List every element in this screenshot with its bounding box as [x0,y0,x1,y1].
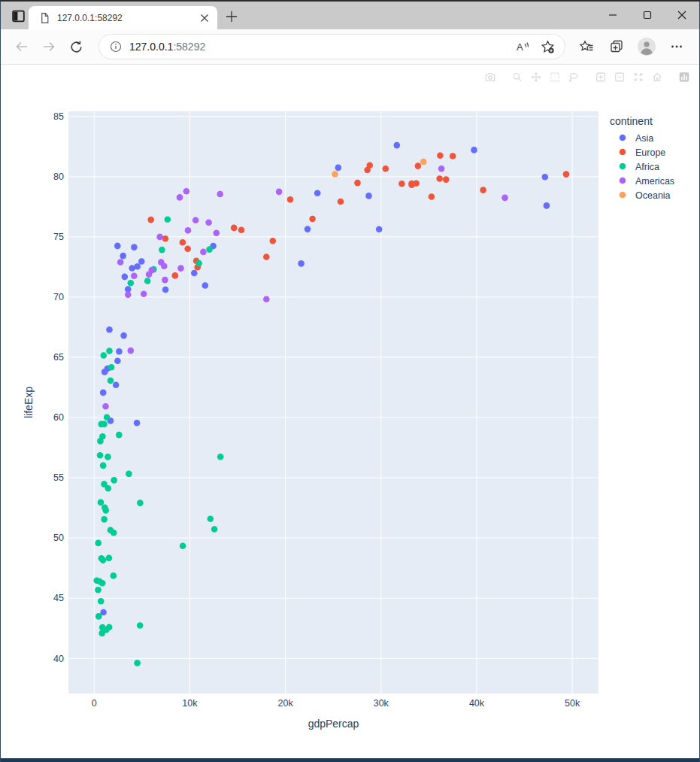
scatter-point-africa[interactable] [128,280,135,287]
collections-button[interactable] [602,34,632,59]
scatter-point-europe[interactable] [443,176,450,183]
scatter-point-africa[interactable] [103,627,110,633]
scatter-point-oceania[interactable] [420,159,427,165]
scatter-point-africa[interactable] [111,572,117,579]
scatter-point-americas[interactable] [177,265,184,272]
scatter-point-europe[interactable] [398,181,405,187]
scatter-point-americas[interactable] [438,165,445,172]
address-bar[interactable]: 127.0.0.1:58292 A [98,34,565,59]
scatter-point-africa[interactable] [100,557,107,563]
scatter-point-europe[interactable] [480,187,486,193]
scatter-point-africa[interactable] [100,463,107,469]
scatter-point-asia[interactable] [298,260,305,267]
scatter-point-americas[interactable] [128,348,135,354]
scatter-point-europe[interactable] [450,153,456,159]
scatter-point-americas[interactable] [146,272,153,278]
scatter-point-americas[interactable] [502,195,508,202]
scatter-point-asia[interactable] [134,420,141,427]
scatter-point-europe[interactable] [408,181,415,187]
scatter-point-europe[interactable] [383,165,389,172]
scatter-point-americas[interactable] [117,259,124,266]
scatter-point-asia[interactable] [365,193,372,199]
scatter-point-asia[interactable] [131,244,138,250]
scatter-point-americas[interactable] [185,227,192,234]
scatter-point-americas[interactable] [214,229,220,236]
scatter-point-asia[interactable] [314,190,321,197]
scatter-point-africa[interactable] [95,540,102,547]
scatter-point-americas[interactable] [183,188,190,195]
plot-area[interactable] [68,111,598,694]
site-info-icon[interactable] [110,41,122,53]
scatter-point-africa[interactable] [217,454,224,460]
scatter-point-americas[interactable] [192,217,199,223]
scatter-point-africa[interactable] [99,433,106,440]
scatter-point-africa[interactable] [108,364,115,371]
scatter-point-asia[interactable] [120,253,126,260]
scatter-point-americas[interactable] [276,189,283,196]
scatter-point-europe[interactable] [263,253,270,260]
scatter-point-europe[interactable] [238,227,245,234]
legend-marker-americas[interactable] [620,178,626,184]
scatter-point-europe[interactable] [270,238,277,244]
scatter-point-africa[interactable] [159,247,165,253]
scatter-point-europe[interactable] [162,235,169,242]
scatter-point-americas[interactable] [200,249,207,256]
legend-item-africa[interactable]: Africa [635,162,659,172]
scatter-point-americas[interactable] [102,403,109,410]
scatter-point-africa[interactable] [195,260,202,267]
more-menu-button[interactable] [662,34,692,59]
back-button[interactable] [8,34,35,59]
scatter-point-americas[interactable] [161,263,168,270]
scatter-point-americas[interactable] [131,273,138,280]
scatter-point-africa[interactable] [97,452,104,459]
scatter-point-asia[interactable] [114,243,121,250]
legend-marker-oceania[interactable] [620,192,626,199]
url-text[interactable]: 127.0.0.1:58292 [129,41,509,53]
scatter-point-americas[interactable] [141,291,147,298]
scatter-point-europe[interactable] [436,175,443,182]
scatter-point-asia[interactable] [113,382,120,389]
scatter-point-asia[interactable] [106,326,113,333]
profile-button[interactable] [632,34,662,59]
legend-item-asia[interactable]: Asia [635,133,653,144]
scatter-point-asia[interactable] [542,174,549,181]
close-button[interactable] [665,2,699,29]
scatter-point-europe[interactable] [367,162,374,168]
scatter-point-asia[interactable] [102,369,108,375]
scatter-point-asia[interactable] [138,258,145,265]
scatter-point-europe[interactable] [309,216,316,223]
read-aloud-button[interactable]: A [509,35,535,58]
scatter-point-asia[interactable] [129,265,135,272]
scatter-point-africa[interactable] [137,622,144,629]
scatter-point-africa[interactable] [99,580,106,587]
scatter-point-africa[interactable] [98,598,105,605]
scatter-point-africa[interactable] [208,516,214,523]
scatter-point-asia[interactable] [114,358,121,365]
scatter-point-africa[interactable] [101,421,108,428]
refresh-button[interactable] [62,34,89,59]
scatter-point-americas[interactable] [156,234,163,241]
scatter-point-asia[interactable] [305,226,311,232]
scatter-point-africa[interactable] [98,499,105,506]
maximize-button[interactable] [630,2,665,29]
scatter-point-americas[interactable] [205,219,212,226]
scatter-point-africa[interactable] [206,246,213,253]
scatter-point-africa[interactable] [101,352,108,359]
legend-item-americas[interactable]: Americas [635,176,674,187]
scatter-point-asia[interactable] [100,390,107,396]
scatter-point-africa[interactable] [134,660,141,666]
scatter-point-africa[interactable] [137,499,144,506]
scatter-point-europe[interactable] [415,162,422,169]
scatter-point-europe[interactable] [184,246,191,253]
scatter-point-americas[interactable] [263,296,270,303]
scatter-point-africa[interactable] [116,432,123,439]
scatter-point-africa[interactable] [211,526,218,533]
scatter-point-africa[interactable] [108,527,114,533]
scatter-point-asia[interactable] [376,226,383,232]
legend-marker-europe[interactable] [620,149,626,156]
scatter-point-africa[interactable] [101,516,108,523]
scatter-point-europe[interactable] [563,171,570,178]
scatter-point-asia[interactable] [116,348,123,355]
scatter-point-asia[interactable] [191,270,198,277]
minimize-button[interactable] [595,2,630,29]
